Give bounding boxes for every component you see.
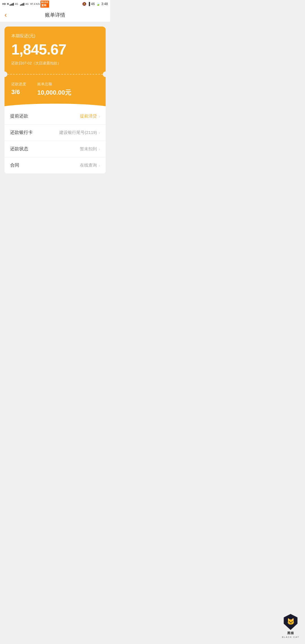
chevron-icon-2: › <box>99 130 100 135</box>
page-title: 账单详情 <box>45 12 65 18</box>
card-bottom: 还款进度 3/6 账单总额 10,000.00元 <box>5 77 106 104</box>
status-bar: HD B 4G 4G 87.4 K/s BOSS直聘 🔕 ▐ 46 🍃 3:48 <box>0 0 110 8</box>
due-date: 还款日07-02（次日凌晨扣款） <box>11 61 99 66</box>
detail-section: 提前还款 提前清贷 › 还款银行卡 建设银行尾号(2119) › 还款状态 暂未… <box>5 108 106 173</box>
chevron-icon: › <box>99 114 100 119</box>
total-value: 10,000.00元 <box>37 88 71 97</box>
row-bank-value: 建设银行尾号(2119) › <box>59 130 100 135</box>
row-contract[interactable]: 合同 在线查询 › <box>5 157 106 173</box>
row-prepay[interactable]: 提前还款 提前清贷 › <box>5 108 106 125</box>
total-label: 账单总额 <box>37 82 71 87</box>
row-bank-label: 还款银行卡 <box>10 130 33 136</box>
amount-value: 1,845.67 <box>11 41 99 58</box>
chevron-icon-3: › <box>99 147 100 151</box>
row-status[interactable]: 还款状态 暂未扣到 › <box>5 141 106 157</box>
notch-right <box>103 71 108 77</box>
row-status-label: 还款状态 <box>10 146 28 152</box>
card-top: 本期应还(元) 1,845.67 还款日07-02（次日凌晨扣款） <box>5 27 106 71</box>
clock: 3:48 <box>101 2 108 6</box>
progress-block: 还款进度 3/6 <box>11 82 26 97</box>
amount-label: 本期应还(元) <box>11 33 99 39</box>
row-contract-label: 合同 <box>10 162 19 168</box>
chevron-icon-4: › <box>99 163 100 168</box>
header: ‹ 账单详情 <box>0 8 110 22</box>
total-block: 账单总额 10,000.00元 <box>37 82 71 97</box>
boss-badge: BOSS直聘 <box>40 1 49 8</box>
leaf-icon: 🍃 <box>96 2 100 6</box>
bell-icon: 🔕 <box>82 2 86 6</box>
row-status-value: 暂未扣到 › <box>80 146 100 152</box>
signal-bars-1 <box>10 2 14 6</box>
status-network: HD B 4G 4G 87.4 K/s BOSS直聘 <box>2 1 49 8</box>
notch-left <box>2 71 7 77</box>
signal-bars-2 <box>20 2 24 6</box>
progress-value: 3/6 <box>11 88 26 96</box>
dashed-line <box>5 74 106 75</box>
battery: ▐ 46 <box>88 2 95 6</box>
back-button[interactable]: ‹ <box>5 11 7 19</box>
progress-label: 还款进度 <box>11 82 26 87</box>
row-contract-value: 在线查询 › <box>80 163 100 168</box>
bill-card: 本期应还(元) 1,845.67 还款日07-02（次日凌晨扣款） 还款进度 3… <box>5 27 106 173</box>
ticket-edge <box>5 104 106 108</box>
row-prepay-value: 提前清贷 › <box>80 114 100 119</box>
status-right: 🔕 ▐ 46 🍃 3:48 <box>82 2 108 6</box>
card-divider <box>5 71 106 77</box>
row-bank-card[interactable]: 还款银行卡 建设银行尾号(2119) › <box>5 125 106 141</box>
main-content: 本期应还(元) 1,845.67 还款日07-02（次日凌晨扣款） 还款进度 3… <box>0 22 110 178</box>
row-prepay-label: 提前还款 <box>10 113 28 119</box>
